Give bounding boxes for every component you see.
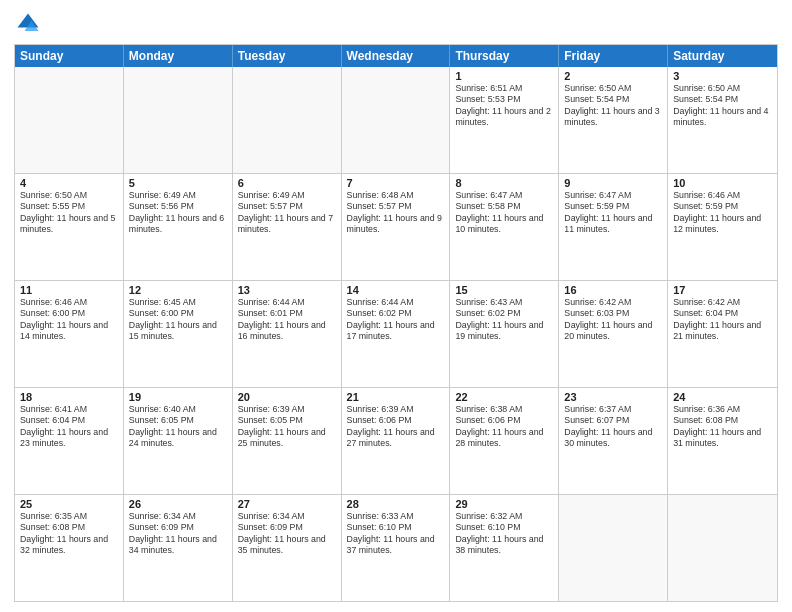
calendar-cell: 1Sunrise: 6:51 AM Sunset: 5:53 PM Daylig… — [450, 67, 559, 173]
calendar-cell — [668, 495, 777, 601]
cell-info: Sunrise: 6:45 AM Sunset: 6:00 PM Dayligh… — [129, 297, 227, 343]
day-number: 20 — [238, 391, 336, 403]
page: SundayMondayTuesdayWednesdayThursdayFrid… — [0, 0, 792, 612]
calendar-cell: 29Sunrise: 6:32 AM Sunset: 6:10 PM Dayli… — [450, 495, 559, 601]
day-number: 15 — [455, 284, 553, 296]
calendar-cell: 5Sunrise: 6:49 AM Sunset: 5:56 PM Daylig… — [124, 174, 233, 280]
cell-info: Sunrise: 6:38 AM Sunset: 6:06 PM Dayligh… — [455, 404, 553, 450]
calendar-row: 1Sunrise: 6:51 AM Sunset: 5:53 PM Daylig… — [15, 67, 777, 173]
cell-info: Sunrise: 6:40 AM Sunset: 6:05 PM Dayligh… — [129, 404, 227, 450]
day-number: 19 — [129, 391, 227, 403]
calendar-body: 1Sunrise: 6:51 AM Sunset: 5:53 PM Daylig… — [15, 67, 777, 601]
calendar-row: 18Sunrise: 6:41 AM Sunset: 6:04 PM Dayli… — [15, 387, 777, 494]
calendar-header-cell: Monday — [124, 45, 233, 67]
cell-info: Sunrise: 6:44 AM Sunset: 6:02 PM Dayligh… — [347, 297, 445, 343]
calendar-cell: 16Sunrise: 6:42 AM Sunset: 6:03 PM Dayli… — [559, 281, 668, 387]
calendar-cell — [559, 495, 668, 601]
logo-icon — [14, 10, 42, 38]
calendar-cell: 2Sunrise: 6:50 AM Sunset: 5:54 PM Daylig… — [559, 67, 668, 173]
day-number: 3 — [673, 70, 772, 82]
calendar: SundayMondayTuesdayWednesdayThursdayFrid… — [14, 44, 778, 602]
cell-info: Sunrise: 6:48 AM Sunset: 5:57 PM Dayligh… — [347, 190, 445, 236]
svg-marker-0 — [18, 14, 39, 28]
cell-info: Sunrise: 6:47 AM Sunset: 5:59 PM Dayligh… — [564, 190, 662, 236]
cell-info: Sunrise: 6:39 AM Sunset: 6:06 PM Dayligh… — [347, 404, 445, 450]
calendar-row: 11Sunrise: 6:46 AM Sunset: 6:00 PM Dayli… — [15, 280, 777, 387]
calendar-cell: 4Sunrise: 6:50 AM Sunset: 5:55 PM Daylig… — [15, 174, 124, 280]
day-number: 9 — [564, 177, 662, 189]
calendar-row: 25Sunrise: 6:35 AM Sunset: 6:08 PM Dayli… — [15, 494, 777, 601]
day-number: 12 — [129, 284, 227, 296]
day-number: 25 — [20, 498, 118, 510]
day-number: 1 — [455, 70, 553, 82]
cell-info: Sunrise: 6:32 AM Sunset: 6:10 PM Dayligh… — [455, 511, 553, 557]
calendar-cell: 18Sunrise: 6:41 AM Sunset: 6:04 PM Dayli… — [15, 388, 124, 494]
calendar-cell: 23Sunrise: 6:37 AM Sunset: 6:07 PM Dayli… — [559, 388, 668, 494]
calendar-cell — [233, 67, 342, 173]
day-number: 24 — [673, 391, 772, 403]
cell-info: Sunrise: 6:51 AM Sunset: 5:53 PM Dayligh… — [455, 83, 553, 129]
calendar-cell: 20Sunrise: 6:39 AM Sunset: 6:05 PM Dayli… — [233, 388, 342, 494]
cell-info: Sunrise: 6:50 AM Sunset: 5:54 PM Dayligh… — [564, 83, 662, 129]
day-number: 29 — [455, 498, 553, 510]
day-number: 18 — [20, 391, 118, 403]
day-number: 17 — [673, 284, 772, 296]
calendar-header-cell: Tuesday — [233, 45, 342, 67]
calendar-cell: 3Sunrise: 6:50 AM Sunset: 5:54 PM Daylig… — [668, 67, 777, 173]
day-number: 21 — [347, 391, 445, 403]
calendar-cell: 26Sunrise: 6:34 AM Sunset: 6:09 PM Dayli… — [124, 495, 233, 601]
calendar-cell: 17Sunrise: 6:42 AM Sunset: 6:04 PM Dayli… — [668, 281, 777, 387]
calendar-cell: 12Sunrise: 6:45 AM Sunset: 6:00 PM Dayli… — [124, 281, 233, 387]
logo — [14, 10, 46, 38]
cell-info: Sunrise: 6:46 AM Sunset: 6:00 PM Dayligh… — [20, 297, 118, 343]
day-number: 22 — [455, 391, 553, 403]
cell-info: Sunrise: 6:50 AM Sunset: 5:54 PM Dayligh… — [673, 83, 772, 129]
cell-info: Sunrise: 6:39 AM Sunset: 6:05 PM Dayligh… — [238, 404, 336, 450]
cell-info: Sunrise: 6:49 AM Sunset: 5:56 PM Dayligh… — [129, 190, 227, 236]
calendar-cell: 19Sunrise: 6:40 AM Sunset: 6:05 PM Dayli… — [124, 388, 233, 494]
calendar-cell: 14Sunrise: 6:44 AM Sunset: 6:02 PM Dayli… — [342, 281, 451, 387]
calendar-cell: 27Sunrise: 6:34 AM Sunset: 6:09 PM Dayli… — [233, 495, 342, 601]
calendar-cell: 22Sunrise: 6:38 AM Sunset: 6:06 PM Dayli… — [450, 388, 559, 494]
cell-info: Sunrise: 6:37 AM Sunset: 6:07 PM Dayligh… — [564, 404, 662, 450]
calendar-cell: 15Sunrise: 6:43 AM Sunset: 6:02 PM Dayli… — [450, 281, 559, 387]
calendar-header-cell: Thursday — [450, 45, 559, 67]
calendar-header-cell: Friday — [559, 45, 668, 67]
calendar-header: SundayMondayTuesdayWednesdayThursdayFrid… — [15, 45, 777, 67]
calendar-cell: 25Sunrise: 6:35 AM Sunset: 6:08 PM Dayli… — [15, 495, 124, 601]
cell-info: Sunrise: 6:42 AM Sunset: 6:04 PM Dayligh… — [673, 297, 772, 343]
calendar-cell — [15, 67, 124, 173]
day-number: 23 — [564, 391, 662, 403]
calendar-cell: 13Sunrise: 6:44 AM Sunset: 6:01 PM Dayli… — [233, 281, 342, 387]
day-number: 14 — [347, 284, 445, 296]
cell-info: Sunrise: 6:41 AM Sunset: 6:04 PM Dayligh… — [20, 404, 118, 450]
cell-info: Sunrise: 6:49 AM Sunset: 5:57 PM Dayligh… — [238, 190, 336, 236]
cell-info: Sunrise: 6:44 AM Sunset: 6:01 PM Dayligh… — [238, 297, 336, 343]
day-number: 2 — [564, 70, 662, 82]
cell-info: Sunrise: 6:42 AM Sunset: 6:03 PM Dayligh… — [564, 297, 662, 343]
cell-info: Sunrise: 6:43 AM Sunset: 6:02 PM Dayligh… — [455, 297, 553, 343]
calendar-header-cell: Wednesday — [342, 45, 451, 67]
calendar-cell: 7Sunrise: 6:48 AM Sunset: 5:57 PM Daylig… — [342, 174, 451, 280]
calendar-cell: 10Sunrise: 6:46 AM Sunset: 5:59 PM Dayli… — [668, 174, 777, 280]
cell-info: Sunrise: 6:50 AM Sunset: 5:55 PM Dayligh… — [20, 190, 118, 236]
header — [14, 10, 778, 38]
calendar-cell: 9Sunrise: 6:47 AM Sunset: 5:59 PM Daylig… — [559, 174, 668, 280]
calendar-cell: 11Sunrise: 6:46 AM Sunset: 6:00 PM Dayli… — [15, 281, 124, 387]
cell-info: Sunrise: 6:35 AM Sunset: 6:08 PM Dayligh… — [20, 511, 118, 557]
cell-info: Sunrise: 6:34 AM Sunset: 6:09 PM Dayligh… — [238, 511, 336, 557]
cell-info: Sunrise: 6:46 AM Sunset: 5:59 PM Dayligh… — [673, 190, 772, 236]
calendar-cell: 6Sunrise: 6:49 AM Sunset: 5:57 PM Daylig… — [233, 174, 342, 280]
day-number: 16 — [564, 284, 662, 296]
calendar-cell — [342, 67, 451, 173]
calendar-header-cell: Saturday — [668, 45, 777, 67]
cell-info: Sunrise: 6:34 AM Sunset: 6:09 PM Dayligh… — [129, 511, 227, 557]
calendar-cell — [124, 67, 233, 173]
cell-info: Sunrise: 6:36 AM Sunset: 6:08 PM Dayligh… — [673, 404, 772, 450]
day-number: 7 — [347, 177, 445, 189]
day-number: 13 — [238, 284, 336, 296]
calendar-row: 4Sunrise: 6:50 AM Sunset: 5:55 PM Daylig… — [15, 173, 777, 280]
calendar-cell: 28Sunrise: 6:33 AM Sunset: 6:10 PM Dayli… — [342, 495, 451, 601]
calendar-cell: 21Sunrise: 6:39 AM Sunset: 6:06 PM Dayli… — [342, 388, 451, 494]
day-number: 26 — [129, 498, 227, 510]
